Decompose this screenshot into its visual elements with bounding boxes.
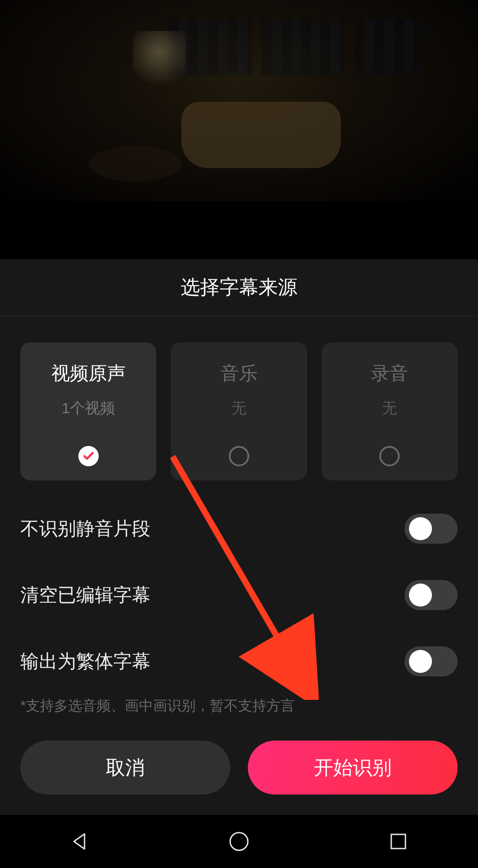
source-options: 视频原声 1个视频 音乐 无 录音 无 [0,316,478,480]
option-subtitle: 1个视频 [62,398,115,419]
option-title: 音乐 [220,361,258,386]
nav-recents-button[interactable] [385,828,412,855]
option-title: 视频原声 [51,361,126,386]
android-nav-bar [0,815,478,868]
radio-empty-icon [379,446,400,466]
nav-home-button[interactable] [226,828,252,855]
nav-back-button[interactable] [66,828,93,855]
hint-text: *支持多选音频、画中画识别，暂不支持方言 [0,695,478,716]
source-option-music[interactable]: 音乐 无 [171,342,307,480]
settings-list: 不识别静音片段 清空已编辑字幕 输出为繁体字幕 [0,480,478,695]
cancel-button[interactable]: 取消 [20,741,230,795]
subtitle-source-sheet: 选择字幕来源 视频原声 1个视频 音乐 无 录音 无 不识别静音片段 清空已编辑… [0,259,478,815]
radio-checked-icon [78,446,99,466]
action-buttons: 取消 开始识别 [20,741,458,795]
setting-label: 不识别静音片段 [20,516,150,541]
setting-label: 清空已编辑字幕 [20,583,150,607]
setting-traditional-output: 输出为繁体字幕 [20,628,458,695]
video-preview[interactable] [0,0,478,201]
radio-empty-icon [229,446,249,466]
source-option-video-original[interactable]: 视频原声 1个视频 [20,342,156,480]
recents-square-icon [389,832,408,851]
setting-skip-silence: 不识别静音片段 [20,495,458,562]
toggle-traditional-output[interactable] [405,646,458,676]
toggle-knob [409,517,432,540]
setting-label: 输出为繁体字幕 [20,649,150,674]
back-triangle-icon [69,831,90,852]
svg-point-1 [230,833,248,850]
option-title: 录音 [371,361,408,386]
option-subtitle: 无 [382,398,397,419]
option-subtitle: 无 [231,398,247,419]
video-frame-image [0,0,478,201]
toggle-knob [409,584,432,607]
toggle-knob [409,650,432,673]
sheet-title: 选择字幕来源 [0,259,478,316]
setting-clear-edited: 清空已编辑字幕 [20,562,458,628]
source-option-record[interactable]: 录音 无 [322,342,458,480]
home-circle-icon [228,830,250,853]
start-recognize-button[interactable]: 开始识别 [248,741,458,795]
toggle-clear-edited[interactable] [405,580,458,610]
svg-rect-2 [391,834,405,849]
toggle-skip-silence[interactable] [405,514,458,544]
